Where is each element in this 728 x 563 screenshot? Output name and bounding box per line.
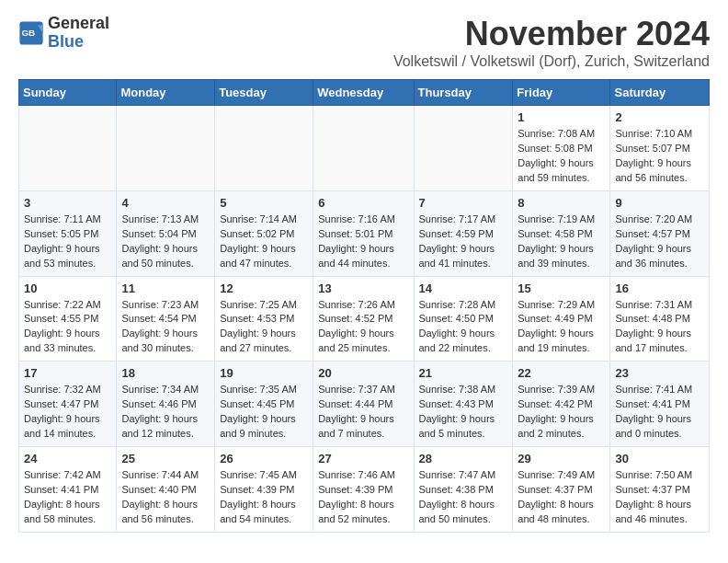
cell-info: Sunrise: 7:16 AM Sunset: 5:01 PM Dayligh… (318, 213, 408, 271)
calendar-cell: 12Sunrise: 7:25 AM Sunset: 4:53 PM Dayli… (215, 276, 313, 362)
calendar-cell: 11Sunrise: 7:23 AM Sunset: 4:54 PM Dayli… (117, 276, 215, 362)
cell-day-number: 28 (419, 452, 508, 465)
calendar-cell (313, 106, 414, 191)
cell-day-number: 6 (318, 196, 408, 210)
logo-text: General Blue (48, 15, 109, 52)
weekday-header-sunday: Sunday (19, 80, 117, 106)
weekday-header-wednesday: Wednesday (313, 80, 414, 106)
calendar-cell: 30Sunrise: 7:50 AM Sunset: 4:37 PM Dayli… (610, 447, 710, 533)
calendar-cell: 28Sunrise: 7:47 AM Sunset: 4:38 PM Dayli… (414, 447, 513, 533)
cell-day-number: 3 (24, 196, 111, 210)
cell-info: Sunrise: 7:14 AM Sunset: 5:02 PM Dayligh… (220, 213, 308, 271)
cell-day-number: 30 (615, 452, 704, 465)
cell-info: Sunrise: 7:11 AM Sunset: 5:05 PM Dayligh… (24, 213, 111, 271)
cell-info: Sunrise: 7:20 AM Sunset: 4:57 PM Dayligh… (615, 213, 704, 271)
calendar-cell: 18Sunrise: 7:34 AM Sunset: 4:46 PM Dayli… (117, 362, 215, 447)
cell-day-number: 12 (220, 282, 308, 295)
calendar-cell (215, 106, 313, 191)
cell-info: Sunrise: 7:45 AM Sunset: 4:39 PM Dayligh… (220, 468, 308, 527)
cell-info: Sunrise: 7:50 AM Sunset: 4:37 PM Dayligh… (615, 468, 704, 527)
calendar-cell: 19Sunrise: 7:35 AM Sunset: 4:45 PM Dayli… (215, 362, 313, 447)
cell-info: Sunrise: 7:17 AM Sunset: 4:59 PM Dayligh… (419, 213, 508, 271)
cell-info: Sunrise: 7:49 AM Sunset: 4:37 PM Dayligh… (518, 468, 605, 527)
calendar-cell: 13Sunrise: 7:26 AM Sunset: 4:52 PM Dayli… (313, 276, 414, 362)
weekday-header-thursday: Thursday (414, 80, 513, 106)
cell-day-number: 9 (615, 196, 704, 210)
calendar-cell: 20Sunrise: 7:37 AM Sunset: 4:44 PM Dayli… (313, 362, 414, 447)
calendar-cell: 22Sunrise: 7:39 AM Sunset: 4:42 PM Dayli… (513, 362, 610, 447)
cell-day-number: 29 (518, 452, 605, 465)
cell-day-number: 11 (121, 282, 210, 295)
cell-info: Sunrise: 7:35 AM Sunset: 4:45 PM Dayligh… (220, 383, 308, 442)
calendar-cell: 3Sunrise: 7:11 AM Sunset: 5:05 PM Daylig… (19, 190, 117, 276)
cell-day-number: 4 (121, 196, 210, 210)
cell-info: Sunrise: 7:31 AM Sunset: 4:48 PM Dayligh… (615, 298, 704, 357)
cell-day-number: 14 (419, 282, 508, 295)
cell-info: Sunrise: 7:25 AM Sunset: 4:53 PM Dayligh… (220, 298, 308, 357)
cell-day-number: 5 (220, 196, 308, 210)
calendar-week-2: 3Sunrise: 7:11 AM Sunset: 5:05 PM Daylig… (19, 190, 710, 276)
weekday-header-monday: Monday (117, 80, 215, 106)
calendar-cell: 10Sunrise: 7:22 AM Sunset: 4:55 PM Dayli… (19, 276, 117, 362)
logo-line2: Blue (48, 33, 109, 52)
cell-info: Sunrise: 7:28 AM Sunset: 4:50 PM Dayligh… (419, 298, 508, 357)
logo: GB General Blue (18, 15, 109, 52)
calendar-cell: 2Sunrise: 7:10 AM Sunset: 5:07 PM Daylig… (610, 106, 710, 191)
cell-info: Sunrise: 7:29 AM Sunset: 4:49 PM Dayligh… (518, 298, 605, 357)
calendar-cell (117, 106, 215, 191)
cell-day-number: 15 (518, 282, 605, 295)
cell-info: Sunrise: 7:46 AM Sunset: 4:39 PM Dayligh… (318, 468, 408, 527)
cell-day-number: 24 (24, 452, 111, 465)
title-block: November 2024 Volketswil / Volketswil (D… (393, 15, 710, 70)
cell-info: Sunrise: 7:08 AM Sunset: 5:08 PM Dayligh… (518, 127, 605, 186)
calendar-cell: 16Sunrise: 7:31 AM Sunset: 4:48 PM Dayli… (610, 276, 710, 362)
cell-info: Sunrise: 7:34 AM Sunset: 4:46 PM Dayligh… (121, 383, 210, 442)
cell-info: Sunrise: 7:38 AM Sunset: 4:43 PM Dayligh… (419, 383, 508, 442)
calendar-cell: 15Sunrise: 7:29 AM Sunset: 4:49 PM Dayli… (513, 276, 610, 362)
cell-info: Sunrise: 7:37 AM Sunset: 4:44 PM Dayligh… (318, 383, 408, 442)
calendar-week-1: 1Sunrise: 7:08 AM Sunset: 5:08 PM Daylig… (19, 106, 710, 191)
weekday-header-saturday: Saturday (610, 80, 710, 106)
calendar-cell (414, 106, 513, 191)
calendar-cell: 23Sunrise: 7:41 AM Sunset: 4:41 PM Dayli… (610, 362, 710, 447)
svg-text:GB: GB (22, 28, 36, 38)
calendar-cell (19, 106, 117, 191)
cell-day-number: 26 (220, 452, 308, 465)
cell-info: Sunrise: 7:13 AM Sunset: 5:04 PM Dayligh… (121, 213, 210, 271)
cell-day-number: 7 (419, 196, 508, 210)
calendar-cell: 4Sunrise: 7:13 AM Sunset: 5:04 PM Daylig… (117, 190, 215, 276)
main-title: November 2024 (393, 15, 710, 53)
calendar-cell: 26Sunrise: 7:45 AM Sunset: 4:39 PM Dayli… (215, 447, 313, 533)
header: GB General Blue November 2024 Volketswil… (18, 15, 710, 70)
page: GB General Blue November 2024 Volketswil… (0, 0, 728, 547)
calendar-cell: 7Sunrise: 7:17 AM Sunset: 4:59 PM Daylig… (414, 190, 513, 276)
logo-icon: GB (18, 20, 44, 46)
calendar-cell: 25Sunrise: 7:44 AM Sunset: 4:40 PM Dayli… (117, 447, 215, 533)
weekday-header-friday: Friday (513, 80, 610, 106)
calendar-week-4: 17Sunrise: 7:32 AM Sunset: 4:47 PM Dayli… (19, 362, 710, 447)
cell-info: Sunrise: 7:19 AM Sunset: 4:58 PM Dayligh… (518, 213, 605, 271)
sub-title: Volketswil / Volketswil (Dorf), Zurich, … (393, 53, 710, 70)
cell-day-number: 10 (24, 282, 111, 295)
cell-info: Sunrise: 7:10 AM Sunset: 5:07 PM Dayligh… (615, 127, 704, 186)
cell-info: Sunrise: 7:42 AM Sunset: 4:41 PM Dayligh… (24, 468, 111, 527)
cell-day-number: 23 (615, 366, 704, 380)
cell-day-number: 27 (318, 452, 408, 465)
calendar-cell: 27Sunrise: 7:46 AM Sunset: 4:39 PM Dayli… (313, 447, 414, 533)
calendar-table: SundayMondayTuesdayWednesdayThursdayFrid… (18, 79, 710, 533)
calendar-cell: 8Sunrise: 7:19 AM Sunset: 4:58 PM Daylig… (513, 190, 610, 276)
cell-day-number: 22 (518, 366, 605, 380)
calendar-cell: 5Sunrise: 7:14 AM Sunset: 5:02 PM Daylig… (215, 190, 313, 276)
calendar-cell: 17Sunrise: 7:32 AM Sunset: 4:47 PM Dayli… (19, 362, 117, 447)
cell-day-number: 19 (220, 366, 308, 380)
calendar-cell: 29Sunrise: 7:49 AM Sunset: 4:37 PM Dayli… (513, 447, 610, 533)
calendar-cell: 21Sunrise: 7:38 AM Sunset: 4:43 PM Dayli… (414, 362, 513, 447)
cell-day-number: 25 (121, 452, 210, 465)
cell-day-number: 8 (518, 196, 605, 210)
cell-info: Sunrise: 7:41 AM Sunset: 4:41 PM Dayligh… (615, 383, 704, 442)
cell-info: Sunrise: 7:22 AM Sunset: 4:55 PM Dayligh… (24, 298, 111, 357)
cell-info: Sunrise: 7:47 AM Sunset: 4:38 PM Dayligh… (419, 468, 508, 527)
weekday-header-tuesday: Tuesday (215, 80, 313, 106)
cell-day-number: 17 (24, 366, 111, 380)
calendar-header-row: SundayMondayTuesdayWednesdayThursdayFrid… (19, 80, 710, 106)
